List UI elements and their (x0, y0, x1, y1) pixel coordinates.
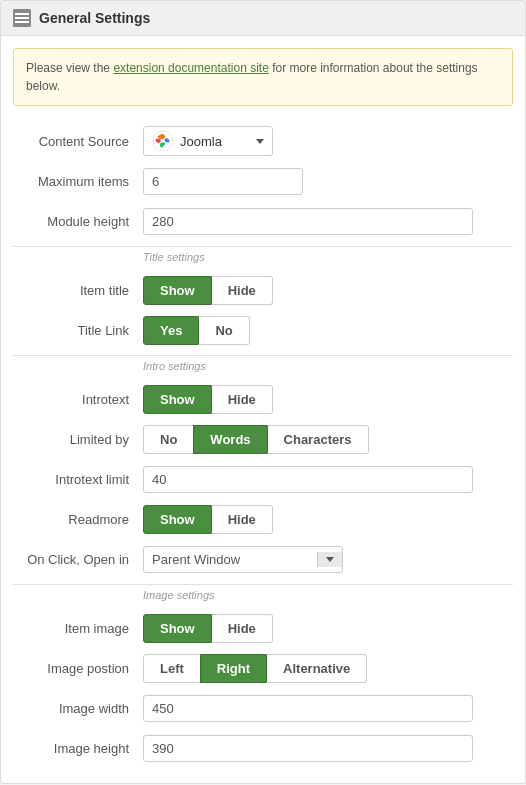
introtext-hide-button[interactable]: Hide (211, 385, 273, 414)
limited-by-no-button[interactable]: No (143, 425, 193, 454)
maximum-items-input[interactable] (143, 168, 303, 195)
info-text-before: Please view the (26, 61, 113, 75)
content-source-dropdown[interactable]: Joomla (143, 126, 273, 156)
dropdown-arrow-button[interactable] (317, 552, 342, 567)
title-settings-label: Title settings (143, 249, 513, 267)
introtext-limit-control (143, 466, 513, 493)
item-title-hide-button[interactable]: Hide (211, 276, 273, 305)
settings-icon (13, 9, 31, 27)
image-position-btn-group: Left Right Alternative (143, 654, 513, 683)
introtext-control: Show Hide (143, 385, 513, 414)
image-position-right-button[interactable]: Right (200, 654, 266, 683)
item-image-label: Item image (13, 621, 143, 636)
readmore-row: Readmore Show Hide (13, 502, 513, 536)
readmore-label: Readmore (13, 512, 143, 527)
module-height-control (143, 208, 513, 235)
introtext-limit-input[interactable] (143, 466, 473, 493)
image-position-label: Image postion (13, 661, 143, 676)
svg-rect-2 (15, 17, 29, 19)
image-position-left-button[interactable]: Left (143, 654, 200, 683)
item-title-btn-group: Show Hide (143, 276, 513, 305)
image-settings-label: Image settings (143, 587, 513, 605)
module-height-input[interactable] (143, 208, 473, 235)
info-box: Please view the extension documentation … (13, 48, 513, 106)
intro-settings-label: Intro settings (143, 358, 513, 376)
joomla-icon (152, 130, 174, 152)
image-position-row: Image postion Left Right Alternative (13, 651, 513, 685)
limited-by-btn-group: No Words Characters (143, 425, 513, 454)
title-link-btn-group: Yes No (143, 316, 513, 345)
readmore-btn-group: Show Hide (143, 505, 513, 534)
image-width-label: Image width (13, 701, 143, 716)
svg-rect-3 (15, 21, 29, 23)
general-settings-panel: General Settings Please view the extensi… (0, 0, 526, 784)
image-height-row: Image height (13, 731, 513, 765)
image-position-control: Left Right Alternative (143, 654, 513, 683)
introtext-show-button[interactable]: Show (143, 385, 211, 414)
content-source-row: Content Source Joomla (13, 124, 513, 158)
maximum-items-row: Maximum items (13, 164, 513, 198)
image-width-control (143, 695, 513, 722)
image-height-label: Image height (13, 741, 143, 756)
title-link-label: Title Link (13, 323, 143, 338)
readmore-hide-button[interactable]: Hide (211, 505, 273, 534)
title-link-control: Yes No (143, 316, 513, 345)
module-height-row: Module height (13, 204, 513, 238)
introtext-label: Introtext (13, 392, 143, 407)
on-click-open-in-value: Parent Window (144, 547, 317, 572)
item-title-label: Item title (13, 283, 143, 298)
form-body: Content Source Joomla (1, 114, 525, 783)
image-settings-divider (13, 584, 513, 585)
item-title-row: Item title Show Hide (13, 273, 513, 307)
image-height-control (143, 735, 513, 762)
limited-by-words-button[interactable]: Words (193, 425, 266, 454)
title-settings-divider (13, 246, 513, 247)
content-source-value: Joomla (180, 134, 222, 149)
introtext-limit-label: Introtext limit (13, 472, 143, 487)
limited-by-characters-button[interactable]: Characters (267, 425, 369, 454)
on-click-open-in-row: On Click, Open in Parent Window (13, 542, 513, 576)
content-source-caret (256, 139, 264, 144)
module-height-label: Module height (13, 214, 143, 229)
maximum-items-label: Maximum items (13, 174, 143, 189)
introtext-row: Introtext Show Hide (13, 382, 513, 416)
readmore-show-button[interactable]: Show (143, 505, 211, 534)
item-title-control: Show Hide (143, 276, 513, 305)
on-click-open-in-control: Parent Window (143, 546, 513, 573)
limited-by-row: Limited by No Words Characters (13, 422, 513, 456)
panel-title: General Settings (39, 10, 150, 26)
limited-by-control: No Words Characters (143, 425, 513, 454)
svg-rect-1 (15, 13, 29, 15)
limited-by-label: Limited by (13, 432, 143, 447)
dropdown-arrow-icon (326, 557, 334, 562)
content-source-label: Content Source (13, 134, 143, 149)
item-image-control: Show Hide (143, 614, 513, 643)
introtext-limit-row: Introtext limit (13, 462, 513, 496)
item-title-show-button[interactable]: Show (143, 276, 211, 305)
content-source-control: Joomla (143, 126, 513, 156)
panel-header: General Settings (1, 1, 525, 36)
image-width-row: Image width (13, 691, 513, 725)
title-link-yes-button[interactable]: Yes (143, 316, 198, 345)
image-height-input[interactable] (143, 735, 473, 762)
image-position-alternative-button[interactable]: Alternative (266, 654, 367, 683)
item-image-row: Item image Show Hide (13, 611, 513, 645)
title-link-row: Title Link Yes No (13, 313, 513, 347)
on-click-open-in-label: On Click, Open in (13, 552, 143, 567)
maximum-items-control (143, 168, 513, 195)
on-click-open-in-dropdown[interactable]: Parent Window (143, 546, 343, 573)
info-link[interactable]: extension documentation site (113, 61, 268, 75)
item-image-hide-button[interactable]: Hide (211, 614, 273, 643)
item-image-btn-group: Show Hide (143, 614, 513, 643)
readmore-control: Show Hide (143, 505, 513, 534)
image-width-input[interactable] (143, 695, 473, 722)
item-image-show-button[interactable]: Show (143, 614, 211, 643)
intro-settings-divider (13, 355, 513, 356)
title-link-no-button[interactable]: No (198, 316, 249, 345)
introtext-btn-group: Show Hide (143, 385, 513, 414)
